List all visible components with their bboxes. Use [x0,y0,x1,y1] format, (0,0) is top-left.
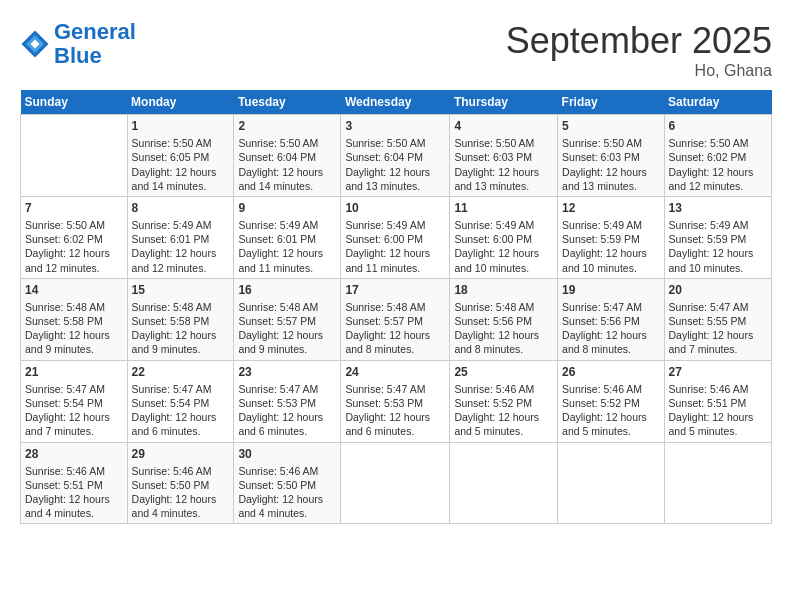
day-number: 17 [345,282,445,298]
day-number: 9 [238,200,336,216]
day-cell: 11Sunrise: 5:49 AMSunset: 6:00 PMDayligh… [450,196,558,278]
sunrise-text: Sunrise: 5:48 AM [238,301,318,313]
day-cell: 22Sunrise: 5:47 AMSunset: 5:54 PMDayligh… [127,360,234,442]
daylight-text: Daylight: 12 hours and 7 minutes. [25,411,110,437]
day-cell [21,115,128,197]
daylight-text: Daylight: 12 hours and 5 minutes. [454,411,539,437]
day-number: 18 [454,282,553,298]
sunrise-text: Sunrise: 5:47 AM [562,301,642,313]
day-number: 26 [562,364,659,380]
day-cell: 23Sunrise: 5:47 AMSunset: 5:53 PMDayligh… [234,360,341,442]
sunrise-text: Sunrise: 5:46 AM [238,465,318,477]
day-cell: 19Sunrise: 5:47 AMSunset: 5:56 PMDayligh… [558,278,664,360]
day-number: 12 [562,200,659,216]
sunset-text: Sunset: 5:54 PM [132,397,210,409]
daylight-text: Daylight: 12 hours and 9 minutes. [25,329,110,355]
sunset-text: Sunset: 6:03 PM [562,151,640,163]
day-cell: 3Sunrise: 5:50 AMSunset: 6:04 PMDaylight… [341,115,450,197]
sunrise-text: Sunrise: 5:50 AM [562,137,642,149]
sunrise-text: Sunrise: 5:50 AM [238,137,318,149]
daylight-text: Daylight: 12 hours and 13 minutes. [454,166,539,192]
day-cell: 21Sunrise: 5:47 AMSunset: 5:54 PMDayligh… [21,360,128,442]
day-number: 6 [669,118,767,134]
day-cell: 27Sunrise: 5:46 AMSunset: 5:51 PMDayligh… [664,360,771,442]
calendar-table: SundayMondayTuesdayWednesdayThursdayFrid… [20,90,772,524]
weekday-header-wednesday: Wednesday [341,90,450,115]
sunset-text: Sunset: 6:01 PM [238,233,316,245]
sunset-text: Sunset: 5:54 PM [25,397,103,409]
day-number: 3 [345,118,445,134]
location: Ho, Ghana [506,62,772,80]
month-title: September 2025 [506,20,772,62]
day-cell: 13Sunrise: 5:49 AMSunset: 5:59 PMDayligh… [664,196,771,278]
week-row-4: 21Sunrise: 5:47 AMSunset: 5:54 PMDayligh… [21,360,772,442]
sunset-text: Sunset: 6:02 PM [669,151,747,163]
daylight-text: Daylight: 12 hours and 4 minutes. [238,493,323,519]
weekday-header-sunday: Sunday [21,90,128,115]
day-cell [341,442,450,524]
day-cell: 4Sunrise: 5:50 AMSunset: 6:03 PMDaylight… [450,115,558,197]
day-cell: 16Sunrise: 5:48 AMSunset: 5:57 PMDayligh… [234,278,341,360]
day-cell: 8Sunrise: 5:49 AMSunset: 6:01 PMDaylight… [127,196,234,278]
sunrise-text: Sunrise: 5:49 AM [669,219,749,231]
page: General Blue September 2025 Ho, Ghana Su… [0,0,792,612]
sunrise-text: Sunrise: 5:46 AM [132,465,212,477]
weekday-header-monday: Monday [127,90,234,115]
daylight-text: Daylight: 12 hours and 8 minutes. [345,329,430,355]
daylight-text: Daylight: 12 hours and 4 minutes. [25,493,110,519]
day-number: 21 [25,364,123,380]
weekday-header-saturday: Saturday [664,90,771,115]
sunset-text: Sunset: 6:03 PM [454,151,532,163]
day-number: 20 [669,282,767,298]
sunset-text: Sunset: 5:53 PM [238,397,316,409]
day-number: 16 [238,282,336,298]
daylight-text: Daylight: 12 hours and 13 minutes. [562,166,647,192]
daylight-text: Daylight: 12 hours and 12 minutes. [669,166,754,192]
day-number: 28 [25,446,123,462]
day-cell: 5Sunrise: 5:50 AMSunset: 6:03 PMDaylight… [558,115,664,197]
sunset-text: Sunset: 6:00 PM [345,233,423,245]
sunset-text: Sunset: 5:57 PM [345,315,423,327]
day-cell [558,442,664,524]
sunrise-text: Sunrise: 5:50 AM [132,137,212,149]
day-cell: 17Sunrise: 5:48 AMSunset: 5:57 PMDayligh… [341,278,450,360]
sunset-text: Sunset: 5:56 PM [454,315,532,327]
day-cell: 20Sunrise: 5:47 AMSunset: 5:55 PMDayligh… [664,278,771,360]
sunset-text: Sunset: 6:00 PM [454,233,532,245]
day-number: 19 [562,282,659,298]
daylight-text: Daylight: 12 hours and 4 minutes. [132,493,217,519]
sunset-text: Sunset: 5:58 PM [132,315,210,327]
sunrise-text: Sunrise: 5:48 AM [345,301,425,313]
day-number: 2 [238,118,336,134]
sunset-text: Sunset: 5:50 PM [238,479,316,491]
sunset-text: Sunset: 5:55 PM [669,315,747,327]
daylight-text: Daylight: 12 hours and 11 minutes. [345,247,430,273]
day-cell: 15Sunrise: 5:48 AMSunset: 5:58 PMDayligh… [127,278,234,360]
sunset-text: Sunset: 5:57 PM [238,315,316,327]
day-number: 7 [25,200,123,216]
daylight-text: Daylight: 12 hours and 13 minutes. [345,166,430,192]
day-cell: 28Sunrise: 5:46 AMSunset: 5:51 PMDayligh… [21,442,128,524]
daylight-text: Daylight: 12 hours and 5 minutes. [562,411,647,437]
daylight-text: Daylight: 12 hours and 9 minutes. [238,329,323,355]
day-cell: 6Sunrise: 5:50 AMSunset: 6:02 PMDaylight… [664,115,771,197]
week-row-1: 1Sunrise: 5:50 AMSunset: 6:05 PMDaylight… [21,115,772,197]
daylight-text: Daylight: 12 hours and 10 minutes. [669,247,754,273]
week-row-5: 28Sunrise: 5:46 AMSunset: 5:51 PMDayligh… [21,442,772,524]
sunset-text: Sunset: 6:04 PM [345,151,423,163]
sunrise-text: Sunrise: 5:49 AM [238,219,318,231]
day-cell: 25Sunrise: 5:46 AMSunset: 5:52 PMDayligh… [450,360,558,442]
sunrise-text: Sunrise: 5:48 AM [25,301,105,313]
sunset-text: Sunset: 5:52 PM [454,397,532,409]
daylight-text: Daylight: 12 hours and 14 minutes. [238,166,323,192]
day-number: 5 [562,118,659,134]
day-cell: 7Sunrise: 5:50 AMSunset: 6:02 PMDaylight… [21,196,128,278]
day-cell: 24Sunrise: 5:47 AMSunset: 5:53 PMDayligh… [341,360,450,442]
sunset-text: Sunset: 5:58 PM [25,315,103,327]
sunrise-text: Sunrise: 5:46 AM [454,383,534,395]
sunrise-text: Sunrise: 5:47 AM [669,301,749,313]
sunrise-text: Sunrise: 5:50 AM [454,137,534,149]
sunrise-text: Sunrise: 5:50 AM [345,137,425,149]
logo-icon [20,29,50,59]
day-number: 14 [25,282,123,298]
